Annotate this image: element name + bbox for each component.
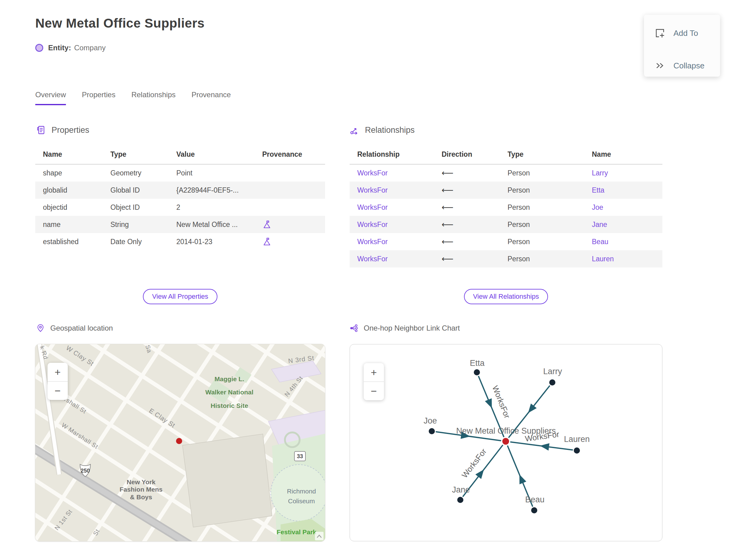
map-place-label: Walker National — [205, 389, 254, 396]
related-entity-link[interactable]: Joe — [592, 203, 603, 211]
view-all-properties-button[interactable]: View All Properties — [143, 289, 217, 304]
graph-node[interactable] — [574, 447, 580, 454]
property-value: {A228944F-0EF5-... — [169, 182, 255, 199]
related-entity-type: Person — [500, 233, 584, 250]
tab-overview[interactable]: Overview — [35, 90, 66, 105]
col-relationship: Relationship — [350, 144, 434, 164]
col-rel-name: Name — [584, 144, 662, 164]
map-place-label: Maggie L. — [215, 375, 244, 382]
map-zoom-control: + − — [48, 363, 68, 400]
relationship-link[interactable]: WorksFor — [357, 169, 388, 177]
collapse-button[interactable]: Collapse — [654, 60, 704, 71]
graph-node-label: Lauren — [564, 435, 590, 444]
graph-node[interactable] — [549, 379, 555, 385]
geospatial-section-title: Geospatial location — [50, 324, 113, 332]
property-type: Date Only — [103, 233, 169, 250]
map-place-label: Fashion Mens — [120, 486, 163, 493]
add-to-button[interactable]: Add To — [654, 28, 698, 39]
properties-table: Name Type Value Provenance shape Geometr… — [35, 144, 325, 250]
map-panel[interactable]: k RdW Clay StSaN 3rd StN 4th Starshall S… — [35, 344, 325, 541]
related-entity-link[interactable]: Etta — [592, 186, 604, 194]
relationship-link[interactable]: WorksFor — [357, 203, 388, 211]
relationships-icon — [350, 125, 359, 135]
map-pin-icon — [36, 324, 45, 332]
property-type: Object ID — [103, 199, 169, 216]
col-direction: Direction — [434, 144, 500, 164]
col-type: Type — [103, 144, 169, 164]
properties-icon — [36, 125, 46, 135]
view-all-relationships-button[interactable]: View All Relationships — [464, 289, 548, 304]
direction-arrow: ⟵ — [442, 168, 454, 178]
direction-arrow: ⟵ — [442, 203, 454, 212]
link-chart-canvas[interactable]: WorksForWorksForWorksForNew Metal Office… — [350, 344, 662, 541]
property-name: globalid — [35, 182, 103, 199]
related-entity-link[interactable]: Jane — [592, 221, 607, 228]
direction-arrow: ⟵ — [442, 186, 454, 195]
direction-arrow: ⟵ — [442, 220, 454, 229]
graph-edge-label: WorksFor — [460, 447, 489, 480]
graph-node[interactable] — [531, 507, 537, 513]
property-value: Point — [169, 164, 255, 182]
chart-zoom-in-button[interactable]: + — [364, 363, 384, 382]
property-provenance — [255, 182, 325, 199]
property-value: 2 — [169, 199, 255, 216]
property-type: Global ID — [103, 182, 169, 199]
property-name: shape — [35, 164, 103, 182]
map-marker[interactable] — [176, 438, 182, 444]
tab-bar: Overview Properties Relationships Proven… — [35, 90, 231, 105]
property-row: globalid Global ID {A228944F-0EF5-... — [35, 182, 325, 199]
graph-edge-arrowhead — [485, 398, 492, 408]
relationship-row: WorksFor ⟵ Person Joe — [350, 199, 662, 216]
related-entity-type: Person — [500, 164, 584, 182]
property-provenance — [255, 233, 325, 250]
graph-edge-arrowhead — [540, 443, 549, 451]
relationship-row: WorksFor ⟵ Person Larry — [350, 164, 662, 182]
related-entity-type: Person — [500, 250, 584, 267]
graph-edge-arrowhead — [475, 470, 484, 479]
relationship-link[interactable]: WorksFor — [357, 255, 388, 263]
entity-type-value: Company — [74, 44, 106, 52]
property-row: established Date Only 2014-01-23 — [35, 233, 325, 250]
tab-properties[interactable]: Properties — [82, 90, 115, 105]
properties-section-header: Properties — [36, 125, 89, 135]
actions-card: Add To Collapse — [644, 15, 720, 77]
collapse-label: Collapse — [673, 61, 704, 71]
graph-node[interactable] — [474, 369, 480, 375]
property-row: name String New Metal Office ... — [35, 216, 325, 233]
property-provenance — [255, 216, 325, 233]
graph-center-node[interactable] — [502, 438, 509, 445]
graph-node-label: Larry — [543, 367, 562, 376]
route-shield: 33 — [294, 451, 305, 461]
col-value: Value — [169, 144, 255, 164]
graph-node-label: New Metal Office Suppliers — [456, 426, 556, 435]
chart-zoom-out-button[interactable]: − — [364, 382, 384, 400]
map-canvas[interactable]: k RdW Clay StSaN 3rd StN 4th Starshall S… — [35, 344, 325, 541]
map-place-label: Historic Site — [211, 402, 248, 409]
related-entity-type: Person — [500, 199, 584, 216]
related-entity-link[interactable]: Lauren — [592, 255, 614, 263]
relationship-link[interactable]: WorksFor — [357, 186, 388, 194]
relationship-link[interactable]: WorksFor — [357, 221, 388, 228]
property-provenance — [255, 199, 325, 216]
relationship-row: WorksFor ⟵ Person Beau — [350, 233, 662, 250]
relationship-row: WorksFor ⟵ Person Etta — [350, 182, 662, 199]
map-zoom-out-button[interactable]: − — [48, 382, 68, 400]
map-place-label: Coliseum — [288, 497, 315, 504]
link-chart-panel[interactable]: WorksForWorksForWorksForNew Metal Office… — [350, 344, 662, 541]
graph-node[interactable] — [457, 497, 463, 503]
relationship-link[interactable]: WorksFor — [357, 238, 388, 246]
graph-node[interactable] — [429, 428, 435, 434]
tab-provenance[interactable]: Provenance — [192, 90, 231, 105]
graph-edge-label: WorksFor — [490, 384, 512, 420]
tab-relationships[interactable]: Relationships — [131, 90, 175, 105]
related-entity-link[interactable]: Beau — [592, 238, 608, 246]
map-place-label: & Boys — [130, 493, 152, 501]
svg-text:250: 250 — [81, 468, 90, 474]
property-name: objectid — [35, 199, 103, 216]
property-type: Geometry — [103, 164, 169, 182]
direction-arrow: ⟵ — [442, 254, 454, 263]
col-rel-type: Type — [500, 144, 584, 164]
related-entity-link[interactable]: Larry — [592, 169, 608, 177]
map-place-label: Festival Park — [277, 528, 316, 535]
map-zoom-in-button[interactable]: + — [48, 363, 68, 382]
